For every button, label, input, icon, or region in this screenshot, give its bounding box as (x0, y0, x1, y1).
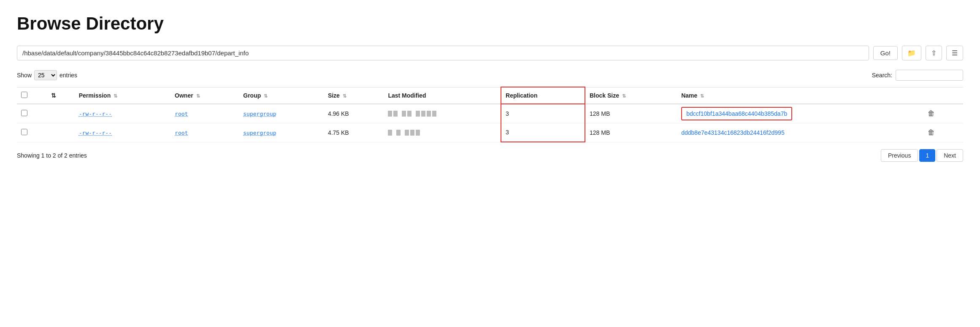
bar-block (416, 111, 420, 117)
td-owner-1: root (171, 104, 239, 123)
folder-icon: 📁 (907, 49, 916, 57)
owner-link-2[interactable]: root (175, 130, 188, 136)
table-header-row: ⇅ Permission ⇅ Owner ⇅ Group ⇅ Size ⇅ La… (17, 87, 963, 104)
td-replication-1: 3 (501, 104, 585, 123)
bar-block (388, 130, 392, 136)
td-permission-1: -rw-r--r-- (75, 104, 171, 123)
td-checkbox-1 (17, 104, 47, 123)
td-replication-2: 3 (501, 123, 585, 142)
show-entries: Show 10 25 50 100 entries (17, 70, 77, 80)
footer-row: Showing 1 to 2 of 2 entries Previous 1 N… (17, 149, 963, 162)
table-row: -rw-r--r-- root supergroup 4.75 KB (17, 123, 963, 142)
th-checkbox (17, 87, 47, 104)
bar-block (421, 111, 425, 117)
next-button[interactable]: Next (937, 149, 963, 162)
pagination: Previous 1 Next (881, 149, 963, 162)
td-delete-1: 🗑 (921, 104, 963, 123)
previous-button[interactable]: Previous (881, 149, 918, 162)
td-block-size-1: 128 MB (585, 104, 677, 123)
th-size[interactable]: Size ⇅ (324, 87, 384, 104)
file-link-1[interactable]: bdccf10bf1a344baa68c4404b385da7b (686, 110, 787, 117)
th-actions (921, 87, 963, 104)
select-all-checkbox[interactable] (21, 92, 27, 98)
td-last-modified-1 (384, 104, 501, 123)
td-permission-2: -rw-r--r-- (75, 123, 171, 142)
showing-text: Showing 1 to 2 of 2 entries (17, 152, 87, 159)
path-bar: Go! 📁 ⇧ ☰ (17, 46, 963, 60)
path-input[interactable] (17, 46, 869, 60)
th-owner[interactable]: Owner ⇅ (171, 87, 239, 104)
td-group-1: supergroup (239, 104, 324, 123)
list-button[interactable]: ☰ (946, 46, 963, 60)
bar-block (396, 130, 401, 136)
group-sort-icon: ⇅ (264, 93, 268, 98)
th-sort[interactable]: ⇅ (47, 87, 74, 104)
last-modified-bar-1 (388, 111, 496, 117)
th-block-size[interactable]: Block Size ⇅ (585, 87, 677, 104)
permission-link-1[interactable]: -rw-r--r-- (79, 111, 112, 117)
last-modified-bar-2 (388, 130, 496, 136)
bar-block (388, 111, 392, 117)
bar-block (410, 130, 414, 136)
name-highlight-1: bdccf10bf1a344baa68c4404b385da7b (681, 107, 792, 120)
search-label: Search: (872, 72, 892, 79)
name-sort-icon: ⇅ (700, 93, 704, 98)
page-title: Browse Directory (17, 14, 963, 34)
td-sort-1 (47, 104, 74, 123)
permission-sort-icon: ⇅ (114, 93, 117, 98)
bar-block (407, 111, 411, 117)
folder-button[interactable]: 📁 (902, 46, 921, 60)
page-1-button[interactable]: 1 (919, 149, 935, 162)
td-name-2: dddb8e7e43134c16823db24416f2d995 (677, 123, 921, 142)
delete-button-2[interactable]: 🗑 (925, 128, 937, 138)
td-last-modified-2 (384, 123, 501, 142)
td-sort-2 (47, 123, 74, 142)
th-permission[interactable]: Permission ⇅ (75, 87, 171, 104)
bar-block (427, 111, 431, 117)
th-replication[interactable]: Replication (501, 87, 585, 104)
delete-button-1[interactable]: 🗑 (925, 109, 937, 119)
group-link-1[interactable]: supergroup (243, 111, 276, 117)
td-owner-2: root (171, 123, 239, 142)
row1-checkbox[interactable] (21, 110, 27, 116)
search-row: Search: (872, 70, 963, 81)
entries-label: entries (60, 72, 77, 79)
td-checkbox-2 (17, 123, 47, 142)
entries-select[interactable]: 10 25 50 100 (34, 70, 57, 80)
bar-block (393, 111, 398, 117)
td-size-2: 4.75 KB (324, 123, 384, 142)
controls-row: Show 10 25 50 100 entries Search: (17, 70, 963, 81)
go-button[interactable]: Go! (873, 46, 898, 60)
sort-icon: ⇅ (51, 92, 56, 99)
th-last-modified[interactable]: Last Modified (384, 87, 501, 104)
td-delete-2: 🗑 (921, 123, 963, 142)
bar-block (405, 130, 409, 136)
td-group-2: supergroup (239, 123, 324, 142)
bar-block (432, 111, 436, 117)
owner-sort-icon: ⇅ (196, 93, 200, 98)
td-size-1: 4.96 KB (324, 104, 384, 123)
bar-block (402, 111, 406, 117)
files-table: ⇅ Permission ⇅ Owner ⇅ Group ⇅ Size ⇅ La… (17, 87, 963, 142)
upload-button[interactable]: ⇧ (926, 46, 942, 60)
upload-icon: ⇧ (931, 49, 937, 57)
th-name[interactable]: Name ⇅ (677, 87, 921, 104)
file-link-2[interactable]: dddb8e7e43134c16823db24416f2d995 (681, 129, 784, 136)
list-icon: ☰ (952, 49, 958, 57)
row2-checkbox[interactable] (21, 129, 27, 135)
th-group[interactable]: Group ⇅ (239, 87, 324, 104)
owner-link-1[interactable]: root (175, 111, 188, 117)
table-row: -rw-r--r-- root supergroup 4.96 KB (17, 104, 963, 123)
show-label: Show (17, 72, 32, 79)
group-link-2[interactable]: supergroup (243, 130, 276, 136)
td-name-1: bdccf10bf1a344baa68c4404b385da7b (677, 104, 921, 123)
search-input[interactable] (896, 70, 963, 81)
bar-block (416, 130, 420, 136)
permission-link-2[interactable]: -rw-r--r-- (79, 130, 112, 136)
size-sort-icon: ⇅ (343, 93, 347, 98)
td-block-size-2: 128 MB (585, 123, 677, 142)
block-size-sort-icon: ⇅ (622, 93, 626, 98)
